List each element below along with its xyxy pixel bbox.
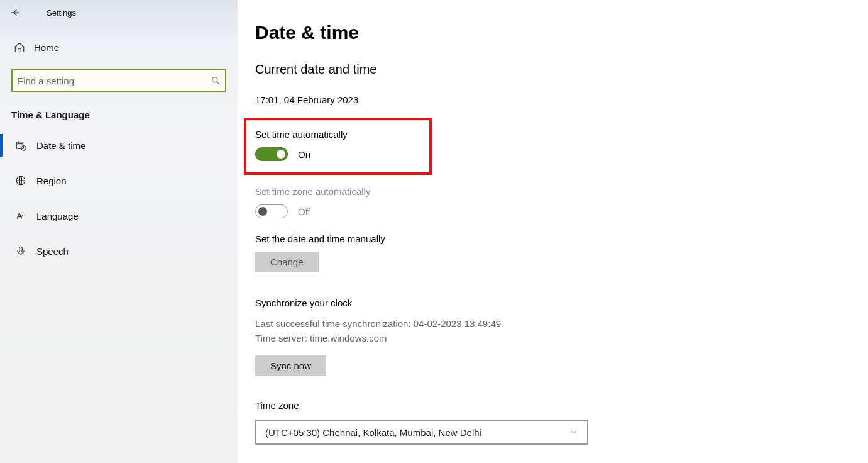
back-button[interactable] xyxy=(5,3,25,23)
timezone-select[interactable]: (UTC+05:30) Chennai, Kolkata, Mumbai, Ne… xyxy=(255,420,588,445)
sidebar-header: Settings xyxy=(0,0,238,25)
nav-item-label: Language xyxy=(36,211,79,221)
arrow-left-icon xyxy=(9,7,21,18)
category-heading: Time & Language xyxy=(11,109,226,120)
search-input[interactable] xyxy=(18,75,211,86)
svg-rect-4 xyxy=(19,247,23,252)
globe-icon xyxy=(14,175,28,186)
page-title: Date & time xyxy=(255,22,868,43)
sync-now-button[interactable]: Sync now xyxy=(255,355,326,376)
auto-tz-toggle xyxy=(255,204,288,218)
sync-clock-heading: Synchronize your clock xyxy=(255,298,868,308)
auto-time-toggle[interactable] xyxy=(255,147,288,161)
current-datetime-heading: Current date and time xyxy=(255,62,868,77)
auto-time-label: Set time automatically xyxy=(255,129,348,140)
nav-item-label: Speech xyxy=(36,246,69,257)
nav-item-region[interactable]: Region xyxy=(0,163,238,198)
timezone-label: Time zone xyxy=(255,400,868,411)
current-datetime-value: 17:01, 04 February 2023 xyxy=(255,94,868,105)
timezone-value: (UTC+05:30) Chennai, Kolkata, Mumbai, Ne… xyxy=(265,427,481,438)
nav-item-label: Date & time xyxy=(36,140,85,151)
change-button: Change xyxy=(255,252,319,272)
nav-item-date-time[interactable]: Date & time xyxy=(0,128,238,163)
app-title: Settings xyxy=(47,8,76,18)
sidebar: Settings Home Time & Language Date & tim… xyxy=(0,0,238,463)
nav-item-speech[interactable]: Speech xyxy=(0,233,238,269)
sync-last: Last successful time synchronization: 04… xyxy=(255,317,868,332)
nav-item-label: Region xyxy=(36,176,67,186)
search-box[interactable] xyxy=(11,69,226,92)
home-link[interactable]: Home xyxy=(0,36,238,58)
svg-point-0 xyxy=(212,77,217,82)
language-icon xyxy=(14,210,28,221)
nav-item-language[interactable]: Language xyxy=(0,198,238,233)
highlight-annotation: Set time automatically On xyxy=(244,118,432,175)
svg-rect-1 xyxy=(16,142,23,149)
chevron-down-icon xyxy=(569,428,578,437)
calendar-clock-icon xyxy=(14,140,28,151)
microphone-icon xyxy=(14,245,28,257)
search-icon xyxy=(211,76,220,85)
auto-tz-label: Set time zone automatically xyxy=(255,186,868,197)
auto-tz-state: Off xyxy=(298,206,310,217)
home-label: Home xyxy=(34,42,59,53)
main-content: Date & time Current date and time 17:01,… xyxy=(238,0,868,463)
settings-app: Settings Home Time & Language Date & tim… xyxy=(0,0,868,463)
sync-info: Last successful time synchronization: 04… xyxy=(255,317,868,345)
home-icon xyxy=(13,42,26,53)
sync-server: Time server: time.windows.com xyxy=(255,332,868,346)
auto-time-state: On xyxy=(298,149,310,160)
manual-datetime-label: Set the date and time manually xyxy=(255,233,868,244)
